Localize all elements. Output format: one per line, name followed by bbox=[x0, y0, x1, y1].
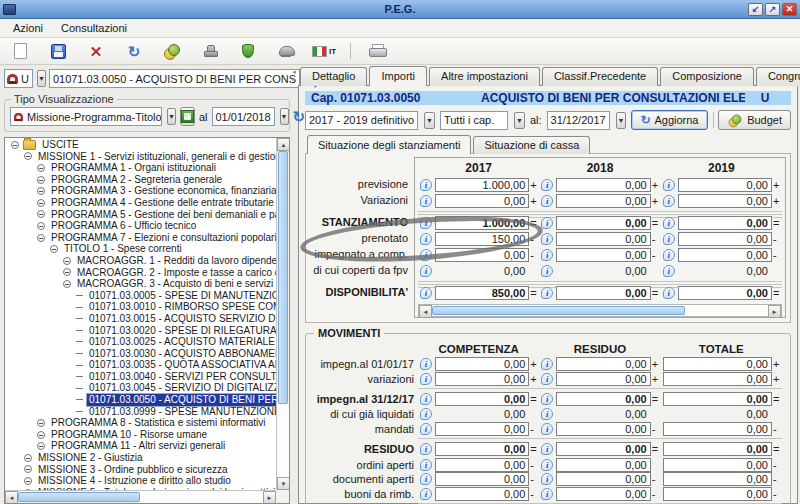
info-icon[interactable]: i bbox=[663, 287, 675, 299]
impegn-al-31-12-17-residuo-value[interactable]: 0,00 bbox=[556, 392, 650, 406]
tree-expander-icon[interactable] bbox=[37, 419, 45, 427]
subtab-situazione-di-cassa[interactable]: Situazione di cassa bbox=[473, 136, 590, 154]
info-icon[interactable]: i bbox=[541, 265, 553, 277]
budget-button[interactable]: Budget bbox=[718, 110, 791, 130]
info-icon[interactable]: i bbox=[663, 265, 675, 277]
maximize-button[interactable]: ↗ bbox=[765, 3, 780, 16]
tree-expander-icon[interactable] bbox=[11, 141, 19, 149]
tree-expander-icon[interactable] bbox=[37, 199, 45, 207]
impegn-al-01-01-17-totale-value[interactable]: 0,00 bbox=[663, 357, 772, 371]
info-icon[interactable]: i bbox=[663, 179, 675, 191]
mandati-competenza-value[interactable]: 0,00 bbox=[435, 422, 529, 436]
tree-horizontal-scrollbar[interactable]: ◄ ► bbox=[5, 490, 276, 503]
scroll-right-button[interactable]: ► bbox=[768, 305, 781, 318]
scroll-up-button[interactable]: ▲ bbox=[277, 138, 290, 151]
close-button[interactable]: ✕ bbox=[782, 3, 797, 16]
buoni-da-rimb-totale-value[interactable]: 0,00 bbox=[663, 487, 772, 501]
tree-item[interactable]: PROGRAMMA 8 - Statistica e sistemi infor… bbox=[7, 417, 276, 429]
ordini-aperti-totale-value[interactable]: 0,00 bbox=[663, 458, 772, 472]
scroll-thumb[interactable] bbox=[432, 306, 685, 315]
prenotato-2017-value[interactable]: 150,00 bbox=[435, 232, 529, 246]
variazioni-residuo-value[interactable]: 0,00 bbox=[556, 372, 650, 386]
tree-item[interactable]: MACROAGGR. 2 - Imposte e tasse a carico … bbox=[7, 267, 276, 279]
refresh-button[interactable]: ↻ bbox=[122, 40, 146, 62]
tree-expander-icon[interactable] bbox=[63, 280, 71, 288]
capitoli-filter-dropdown[interactable]: ▼ bbox=[514, 112, 525, 129]
tab-importi[interactable]: Importi bbox=[369, 66, 427, 86]
tree-item[interactable]: MACROAGGR. 3 - Acquisto di beni e serviz… bbox=[7, 278, 276, 290]
info-icon[interactable]: i bbox=[541, 179, 553, 191]
residuo-totale-value[interactable]: 0,00 bbox=[663, 442, 772, 456]
info-icon[interactable]: i bbox=[541, 249, 553, 261]
scroll-down-button[interactable]: ▼ bbox=[277, 477, 290, 490]
webcam-button[interactable] bbox=[274, 40, 298, 62]
info-icon[interactable]: i bbox=[541, 443, 553, 455]
scroll-thumb[interactable] bbox=[278, 151, 288, 404]
entity-type-dropdown[interactable]: ▼ bbox=[37, 70, 46, 87]
subtab-situazione-degli-stanziamenti[interactable]: Situazione degli stanziamenti bbox=[307, 135, 471, 154]
tree-vertical-scrollbar[interactable]: ▲ ▼ bbox=[276, 138, 289, 490]
info-icon[interactable]: i bbox=[420, 179, 432, 191]
buoni-da-rimb-residuo-value[interactable]: 0,00 bbox=[556, 487, 650, 501]
tree-expander-icon[interactable] bbox=[37, 431, 45, 439]
tree-expander-icon[interactable] bbox=[24, 152, 32, 160]
tree-item[interactable]: 01071.03.0045 - SERVIZIO DI DIGITALIZZA bbox=[7, 382, 276, 394]
scroll-left-button[interactable]: ◄ bbox=[5, 491, 18, 504]
info-icon[interactable]: i bbox=[663, 217, 675, 229]
tree-expander-icon[interactable] bbox=[37, 234, 45, 242]
al-date-dropdown[interactable]: ▼ bbox=[616, 112, 627, 129]
tab-composizione[interactable]: Composizione bbox=[660, 67, 754, 86]
info-icon[interactable]: i bbox=[420, 443, 432, 455]
capitoli-filter-combo[interactable]: Tutti i cap. bbox=[440, 111, 508, 130]
entity-type-combo[interactable]: U bbox=[4, 69, 33, 88]
prenotato-2019-value[interactable]: 0,00 bbox=[678, 232, 772, 246]
tree-item[interactable]: USCITE bbox=[7, 139, 276, 151]
info-icon[interactable]: i bbox=[541, 488, 553, 500]
info-icon[interactable]: i bbox=[420, 373, 432, 385]
tab-dettaglio[interactable]: Dettaglio bbox=[300, 67, 367, 86]
tree-expander-icon[interactable] bbox=[37, 187, 45, 195]
tree-item[interactable]: MISSIONE 4 - Istruzione e diritto allo s… bbox=[7, 475, 276, 487]
impegn-al-01-01-17-residuo-value[interactable]: 0,00 bbox=[556, 357, 650, 371]
stanziamenti-horizontal-scrollbar[interactable]: ◄► bbox=[418, 304, 782, 317]
tree-expander-icon[interactable] bbox=[24, 477, 32, 485]
ordini-aperti-residuo-value[interactable]: 0,00 bbox=[556, 458, 650, 472]
impegn-al-01-01-17-competenza-value[interactable]: 0,00 bbox=[435, 357, 529, 371]
date-field[interactable]: 01/01/2018 bbox=[212, 107, 275, 126]
al-date-field[interactable]: 31/12/2017 bbox=[547, 111, 610, 130]
info-icon[interactable]: i bbox=[420, 287, 432, 299]
tree-item[interactable]: 01071.03.0999 - SPESE MANUTENZIONE E F bbox=[7, 406, 276, 418]
disponibilita-2018-value[interactable]: 0,00 bbox=[556, 286, 650, 300]
scroll-right-button[interactable]: ► bbox=[263, 491, 276, 504]
tree-item[interactable]: PROGRAMMA 11 - Altri servizi generali bbox=[7, 440, 276, 452]
tree-item[interactable]: PROGRAMMA 2 - Segreteria generale bbox=[7, 174, 276, 186]
capitolo-combo[interactable]: 01071.03.0050 - ACQUISTO DI BENI PER CON… bbox=[49, 69, 300, 88]
tree-item[interactable]: MACROAGGR. 1 - Redditi da lavoro dipende… bbox=[7, 255, 276, 267]
tree-expander-icon[interactable] bbox=[37, 164, 45, 172]
info-icon[interactable]: i bbox=[541, 195, 553, 207]
residuo-competenza-value[interactable]: 0,00 bbox=[435, 442, 529, 456]
tree-expander-icon[interactable] bbox=[37, 176, 45, 184]
visualizzazione-combo[interactable]: Missione-Programma-Titolo-... bbox=[10, 107, 162, 126]
tree-expander-icon[interactable] bbox=[37, 222, 45, 230]
new-document-button[interactable] bbox=[8, 40, 32, 62]
scroll-left-button[interactable]: ◄ bbox=[419, 305, 432, 318]
stamp-button[interactable] bbox=[198, 40, 222, 62]
info-icon[interactable]: i bbox=[541, 393, 553, 405]
tree-item[interactable]: 01071.03.0035 - QUOTA ASSOCIATIVA ANU bbox=[7, 359, 276, 371]
disponibilita-2019-value[interactable]: 0,00 bbox=[678, 286, 772, 300]
tree-item[interactable]: PROGRAMMA 7 - Elezioni e consultazioni p… bbox=[7, 232, 276, 244]
tree-expander-icon[interactable] bbox=[63, 257, 71, 265]
previsione-2018-value[interactable]: 0,00 bbox=[556, 178, 650, 192]
info-icon[interactable]: i bbox=[541, 459, 553, 471]
minimize-button[interactable]: ↙ bbox=[748, 3, 763, 16]
print-button[interactable] bbox=[365, 40, 389, 62]
info-icon[interactable]: i bbox=[420, 459, 432, 471]
info-icon[interactable]: i bbox=[541, 287, 553, 299]
tree-expander-icon[interactable] bbox=[24, 465, 32, 473]
previsione-2019-value[interactable]: 0,00 bbox=[678, 178, 772, 192]
info-icon[interactable]: i bbox=[663, 195, 675, 207]
tab-congruenza-fpv[interactable]: Congruenza FPV bbox=[756, 67, 800, 86]
info-icon[interactable]: i bbox=[420, 473, 432, 485]
variazioni-2018-value[interactable]: 0,00 bbox=[556, 194, 650, 208]
